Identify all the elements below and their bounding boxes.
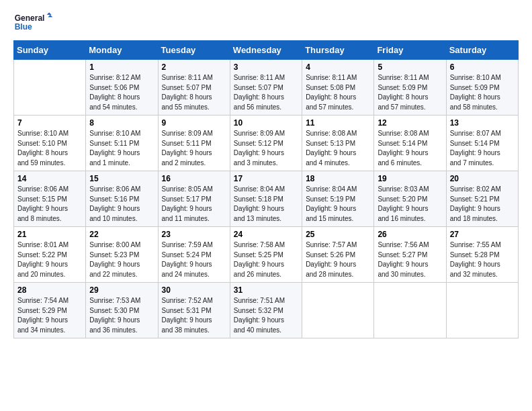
calendar-cell: 21Sunrise: 8:01 AMSunset: 5:22 PMDayligh… xyxy=(14,227,86,283)
day-info: Sunrise: 8:11 AMSunset: 5:07 PMDaylight:… xyxy=(234,73,298,112)
day-number: 24 xyxy=(234,230,298,239)
calendar-cell xyxy=(14,60,86,116)
day-number: 18 xyxy=(306,174,370,183)
day-info: Sunrise: 7:54 AMSunset: 5:29 PMDaylight:… xyxy=(17,296,82,335)
calendar-header-row: SundayMondayTuesdayWednesdayThursdayFrid… xyxy=(14,41,519,60)
day-info: Sunrise: 8:08 AMSunset: 5:14 PMDaylight:… xyxy=(378,129,442,168)
day-info: Sunrise: 8:11 AMSunset: 5:07 PMDaylight:… xyxy=(162,73,226,112)
day-number: 7 xyxy=(17,118,82,128)
logo: General Blue xyxy=(13,11,54,35)
day-number: 4 xyxy=(306,62,370,72)
header-tuesday: Tuesday xyxy=(158,41,230,60)
day-info: Sunrise: 8:07 AMSunset: 5:14 PMDaylight:… xyxy=(450,129,515,168)
calendar-cell: 17Sunrise: 8:04 AMSunset: 5:18 PMDayligh… xyxy=(230,171,302,227)
day-number: 26 xyxy=(378,230,442,239)
day-info: Sunrise: 7:51 AMSunset: 5:32 PMDaylight:… xyxy=(234,296,298,335)
day-info: Sunrise: 8:04 AMSunset: 5:18 PMDaylight:… xyxy=(234,185,298,224)
day-info: Sunrise: 8:01 AMSunset: 5:22 PMDaylight:… xyxy=(17,240,82,279)
calendar-cell: 16Sunrise: 8:05 AMSunset: 5:17 PMDayligh… xyxy=(158,171,230,227)
header-friday: Friday xyxy=(374,41,446,60)
day-info: Sunrise: 7:57 AMSunset: 5:26 PMDaylight:… xyxy=(306,240,370,279)
calendar-cell: 18Sunrise: 8:04 AMSunset: 5:19 PMDayligh… xyxy=(302,171,374,227)
calendar-cell: 11Sunrise: 8:08 AMSunset: 5:13 PMDayligh… xyxy=(302,116,374,171)
day-number: 11 xyxy=(306,118,370,128)
calendar-cell xyxy=(446,283,518,338)
day-number: 15 xyxy=(89,174,154,183)
day-info: Sunrise: 7:55 AMSunset: 5:28 PMDaylight:… xyxy=(450,240,515,279)
day-info: Sunrise: 8:09 AMSunset: 5:12 PMDaylight:… xyxy=(234,129,298,168)
day-info: Sunrise: 8:11 AMSunset: 5:09 PMDaylight:… xyxy=(378,73,442,112)
day-number: 3 xyxy=(234,62,298,72)
calendar-cell: 15Sunrise: 8:06 AMSunset: 5:16 PMDayligh… xyxy=(86,171,158,227)
day-number: 30 xyxy=(162,285,226,295)
calendar-week-row: 21Sunrise: 8:01 AMSunset: 5:22 PMDayligh… xyxy=(14,227,519,283)
day-number: 27 xyxy=(450,230,515,239)
calendar-table: SundayMondayTuesdayWednesdayThursdayFrid… xyxy=(13,40,519,338)
calendar-cell: 8Sunrise: 8:10 AMSunset: 5:11 PMDaylight… xyxy=(86,116,158,171)
calendar-cell: 19Sunrise: 8:03 AMSunset: 5:20 PMDayligh… xyxy=(374,171,446,227)
day-info: Sunrise: 7:59 AMSunset: 5:24 PMDaylight:… xyxy=(162,240,226,279)
calendar-cell: 22Sunrise: 8:00 AMSunset: 5:23 PMDayligh… xyxy=(86,227,158,283)
day-info: Sunrise: 8:02 AMSunset: 5:21 PMDaylight:… xyxy=(450,185,515,224)
day-info: Sunrise: 8:11 AMSunset: 5:08 PMDaylight:… xyxy=(306,73,370,112)
day-number: 25 xyxy=(306,230,370,239)
calendar-cell: 28Sunrise: 7:54 AMSunset: 5:29 PMDayligh… xyxy=(14,283,86,338)
svg-text:Blue: Blue xyxy=(15,22,32,32)
calendar-cell: 30Sunrise: 7:52 AMSunset: 5:31 PMDayligh… xyxy=(158,283,230,338)
header-thursday: Thursday xyxy=(302,41,374,60)
calendar-cell: 23Sunrise: 7:59 AMSunset: 5:24 PMDayligh… xyxy=(158,227,230,283)
calendar-cell: 4Sunrise: 8:11 AMSunset: 5:08 PMDaylight… xyxy=(302,60,374,116)
calendar-week-row: 7Sunrise: 8:10 AMSunset: 5:10 PMDaylight… xyxy=(14,116,519,171)
day-number: 12 xyxy=(378,118,442,128)
calendar-week-row: 14Sunrise: 8:06 AMSunset: 5:15 PMDayligh… xyxy=(14,171,519,227)
day-number: 9 xyxy=(162,118,226,128)
day-info: Sunrise: 7:58 AMSunset: 5:25 PMDaylight:… xyxy=(234,240,298,279)
calendar-cell: 25Sunrise: 7:57 AMSunset: 5:26 PMDayligh… xyxy=(302,227,374,283)
page-header: General Blue xyxy=(13,11,519,35)
calendar-cell: 29Sunrise: 7:53 AMSunset: 5:30 PMDayligh… xyxy=(86,283,158,338)
calendar-cell: 13Sunrise: 8:07 AMSunset: 5:14 PMDayligh… xyxy=(446,116,518,171)
calendar-cell: 2Sunrise: 8:11 AMSunset: 5:07 PMDaylight… xyxy=(158,60,230,116)
day-info: Sunrise: 8:10 AMSunset: 5:09 PMDaylight:… xyxy=(450,73,515,112)
day-info: Sunrise: 7:53 AMSunset: 5:30 PMDaylight:… xyxy=(89,296,154,335)
calendar-cell: 9Sunrise: 8:09 AMSunset: 5:11 PMDaylight… xyxy=(158,116,230,171)
day-number: 14 xyxy=(17,174,82,183)
calendar-cell: 20Sunrise: 8:02 AMSunset: 5:21 PMDayligh… xyxy=(446,171,518,227)
day-info: Sunrise: 8:03 AMSunset: 5:20 PMDaylight:… xyxy=(378,185,442,224)
day-number: 1 xyxy=(89,62,154,72)
day-number: 6 xyxy=(450,62,515,72)
calendar-cell: 5Sunrise: 8:11 AMSunset: 5:09 PMDaylight… xyxy=(374,60,446,116)
calendar-cell: 14Sunrise: 8:06 AMSunset: 5:15 PMDayligh… xyxy=(14,171,86,227)
day-number: 8 xyxy=(89,118,154,128)
day-info: Sunrise: 8:04 AMSunset: 5:19 PMDaylight:… xyxy=(306,185,370,224)
calendar-cell: 7Sunrise: 8:10 AMSunset: 5:10 PMDaylight… xyxy=(14,116,86,171)
day-info: Sunrise: 7:56 AMSunset: 5:27 PMDaylight:… xyxy=(378,240,442,279)
day-number: 20 xyxy=(450,174,515,183)
calendar-cell: 10Sunrise: 8:09 AMSunset: 5:12 PMDayligh… xyxy=(230,116,302,171)
day-number: 28 xyxy=(17,285,82,295)
header-monday: Monday xyxy=(86,41,158,60)
calendar-cell: 6Sunrise: 8:10 AMSunset: 5:09 PMDaylight… xyxy=(446,60,518,116)
svg-marker-3 xyxy=(48,15,52,17)
svg-marker-2 xyxy=(47,13,52,15)
day-info: Sunrise: 7:52 AMSunset: 5:31 PMDaylight:… xyxy=(162,296,226,335)
day-info: Sunrise: 8:05 AMSunset: 5:17 PMDaylight:… xyxy=(162,185,226,224)
day-info: Sunrise: 8:08 AMSunset: 5:13 PMDaylight:… xyxy=(306,129,370,168)
day-info: Sunrise: 8:06 AMSunset: 5:16 PMDaylight:… xyxy=(89,185,154,224)
day-number: 21 xyxy=(17,230,82,239)
header-wednesday: Wednesday xyxy=(230,41,302,60)
day-number: 19 xyxy=(378,174,442,183)
day-info: Sunrise: 8:00 AMSunset: 5:23 PMDaylight:… xyxy=(89,240,154,279)
day-info: Sunrise: 8:06 AMSunset: 5:15 PMDaylight:… xyxy=(17,185,82,224)
day-number: 10 xyxy=(234,118,298,128)
calendar-cell xyxy=(302,283,374,338)
day-info: Sunrise: 8:09 AMSunset: 5:11 PMDaylight:… xyxy=(162,129,226,168)
calendar-cell: 12Sunrise: 8:08 AMSunset: 5:14 PMDayligh… xyxy=(374,116,446,171)
day-info: Sunrise: 8:12 AMSunset: 5:06 PMDaylight:… xyxy=(89,73,154,112)
day-number: 17 xyxy=(234,174,298,183)
calendar-cell: 31Sunrise: 7:51 AMSunset: 5:32 PMDayligh… xyxy=(230,283,302,338)
calendar-week-row: 1Sunrise: 8:12 AMSunset: 5:06 PMDaylight… xyxy=(14,60,519,116)
header-sunday: Sunday xyxy=(14,41,86,60)
day-number: 29 xyxy=(89,285,154,295)
svg-text:General: General xyxy=(15,13,45,23)
